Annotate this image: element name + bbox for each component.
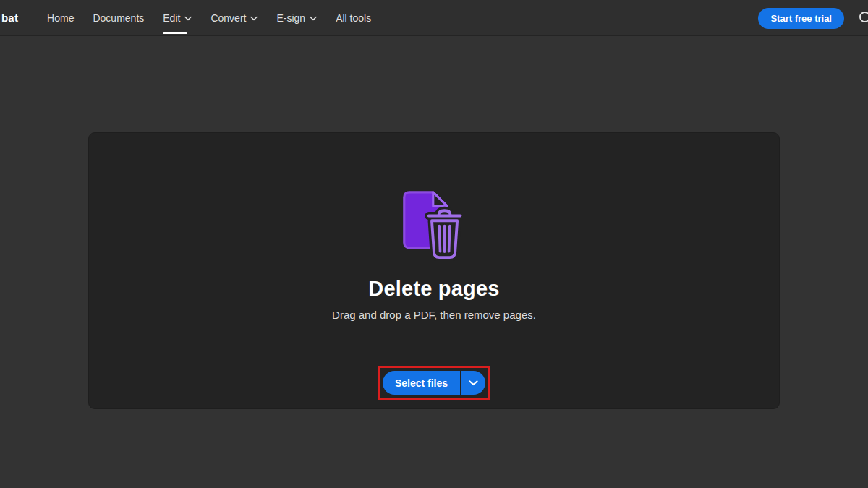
nav-menu: Home Documents Edit Convert E-sign All t…	[47, 0, 371, 35]
page-subtitle: Drag and drop a PDF, then remove pages.	[332, 309, 536, 321]
chevron-down-icon	[310, 16, 317, 21]
start-free-trial-button[interactable]: Start free trial	[758, 8, 844, 29]
select-files-split-button: Select files	[383, 371, 485, 395]
chevron-down-icon	[184, 16, 192, 21]
nav-item-label: Convert	[210, 12, 246, 24]
highlight-annotation: Select files	[378, 366, 490, 400]
nav-item-label: All tools	[336, 12, 371, 24]
nav-item-label: Home	[47, 12, 74, 24]
nav-item-label: E-sign	[276, 12, 305, 24]
nav-item-esign[interactable]: E-sign	[276, 0, 317, 35]
top-navigation: bat Home Documents Edit Convert E-sign	[0, 0, 868, 36]
nav-item-home[interactable]: Home	[47, 0, 74, 35]
search-icon[interactable]	[858, 10, 868, 26]
document-trash-icon	[402, 191, 466, 264]
nav-item-label: Documents	[93, 12, 144, 24]
page-title: Delete pages	[368, 277, 499, 301]
nav-item-all-tools[interactable]: All tools	[336, 0, 371, 35]
chevron-down-icon	[250, 16, 258, 21]
nav-item-convert[interactable]: Convert	[210, 0, 258, 35]
acrobat-logo-text: bat	[1, 12, 18, 24]
nav-item-documents[interactable]: Documents	[93, 0, 144, 35]
select-files-dropdown-button[interactable]	[461, 371, 485, 395]
main-content: Delete pages Drag and drop a PDF, then r…	[0, 36, 868, 487]
select-files-button[interactable]: Select files	[383, 371, 460, 395]
nav-item-label: Edit	[163, 12, 180, 24]
drop-zone-card: Delete pages Drag and drop a PDF, then r…	[88, 132, 780, 409]
nav-item-edit[interactable]: Edit	[163, 0, 192, 35]
chevron-down-icon	[469, 380, 478, 386]
